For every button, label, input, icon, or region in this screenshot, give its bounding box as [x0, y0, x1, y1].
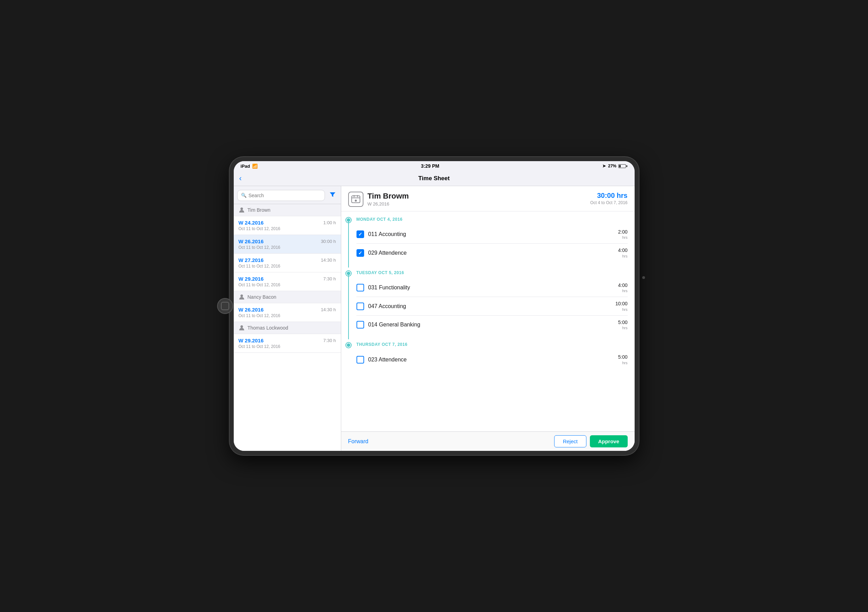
calendar-icon — [348, 192, 363, 207]
task-row-031: 031 Functionality 4:00 hrs — [356, 279, 628, 297]
day-dot-thursday — [346, 343, 351, 348]
date-w29-tim: Oct 11 to Oct 12, 2016 — [239, 283, 336, 287]
task-hours-031: 4:00 hrs — [618, 282, 627, 293]
hours-thomas-w29: 7:30 h — [323, 338, 336, 343]
timesheet-item-thomas-w29[interactable]: W 29.2016 7:30 h Oct 11 to Oct 12, 2016 — [234, 334, 341, 353]
person-name-nancy-bacon: Nancy Bacon — [248, 294, 276, 300]
search-icon: 🔍 — [241, 193, 246, 198]
day-line-monday — [348, 222, 349, 267]
person-header-thomas-lockwood: Thomas Lockwood — [234, 322, 341, 334]
footer-actions: Reject Approve — [554, 435, 627, 447]
search-bar-container: 🔍 — [234, 186, 341, 204]
week-label-thomas-w29: W 29.2016 — [239, 337, 264, 343]
approve-button[interactable]: Approve — [590, 435, 628, 447]
task-name-023: 023 Attendence — [368, 357, 618, 363]
day-label-tuesday: TUESDAY OCT 5, 2016 — [356, 270, 628, 275]
task-checkbox-023[interactable] — [356, 356, 364, 363]
search-input-wrap[interactable]: 🔍 — [237, 190, 325, 201]
person-icon-thomas — [239, 325, 245, 331]
detail-week-label: W 26,2016 — [367, 201, 409, 207]
timesheet-item-w27[interactable]: W 27.2016 14:30 h Oct 11 to Oct 12, 2016 — [234, 253, 341, 272]
hours-w24: 1:00 h — [323, 220, 336, 225]
nav-bar: ‹ Time Sheet — [234, 171, 635, 186]
task-checkbox-047[interactable] — [356, 303, 364, 310]
week-label-w27: W 27.2016 — [239, 257, 264, 263]
reject-button[interactable]: Reject — [554, 435, 586, 447]
side-camera — [642, 276, 645, 279]
detail-header-right: 30:00 hrs Oct 4 to Oct 7, 2016 — [590, 192, 627, 205]
battery-icon — [618, 164, 627, 168]
day-label-monday: MONDAY OCT 4, 2016 — [356, 217, 628, 222]
svg-point-3 — [240, 325, 243, 328]
home-button[interactable] — [217, 298, 233, 314]
hours-w29-tim: 7:30 h — [323, 276, 336, 281]
ipad-label: iPad — [241, 164, 250, 169]
task-name-014: 014 General Banking — [368, 321, 618, 328]
task-row-047: 047 Accounting 10:00 hrs — [356, 297, 628, 315]
forward-button[interactable]: Forward — [348, 438, 369, 445]
back-button[interactable]: ‹ — [239, 174, 242, 183]
week-label-w26: W 26.2016 — [239, 238, 264, 244]
search-input[interactable] — [249, 193, 321, 198]
detail-header: Tim Browm W 26,2016 30:00 hrs Oct 4 to O… — [341, 186, 635, 212]
person-header-tim-brown: Tim Brown — [234, 204, 341, 216]
detail-panel: Tim Browm W 26,2016 30:00 hrs Oct 4 to O… — [341, 186, 635, 451]
timesheet-item-w29-tim[interactable]: W 29.2016 7:30 h Oct 11 to Oct 12, 2016 — [234, 272, 341, 291]
task-row-014: 014 General Banking 5:00 hrs — [356, 316, 628, 334]
detail-scroll: MONDAY OCT 4, 2016 011 Accounting 2:00 h… — [341, 212, 635, 431]
task-name-047: 047 Accounting — [368, 303, 615, 309]
device-frame: iPad 📶 3:29 PM ➤ 27% ‹ Time Sheet — [229, 157, 639, 455]
detail-employee-name: Tim Browm — [367, 192, 409, 201]
day-section-tuesday: TUESDAY OCT 5, 2016 031 Functionality 4:… — [348, 270, 628, 334]
content-area: 🔍 — [234, 186, 635, 451]
task-hours-029: 4:00 hrs — [618, 247, 627, 258]
svg-point-8 — [355, 199, 357, 202]
detail-total-hours: 30:00 hrs — [590, 192, 627, 199]
status-time: 3:29 PM — [421, 163, 439, 169]
detail-date-range: Oct 4 to Oct 7, 2016 — [590, 200, 627, 205]
task-row-029: 029 Attendence 4:00 hrs — [356, 244, 628, 262]
task-checkbox-014[interactable] — [356, 321, 364, 329]
location-icon: ➤ — [602, 164, 606, 168]
task-name-031: 031 Functionality — [368, 284, 618, 291]
svg-marker-0 — [330, 192, 335, 197]
day-section-thursday: THURSDAY OCT 7, 2016 023 Attendence 5:00… — [348, 342, 628, 375]
task-row-023: 023 Attendence 5:00 hrs — [356, 350, 628, 368]
task-name-011: 011 Accounting — [368, 231, 618, 237]
task-checkbox-031[interactable] — [356, 284, 364, 291]
detail-header-left: Tim Browm W 26,2016 — [348, 192, 409, 207]
timesheet-item-w24[interactable]: W 24.2016 1:00 h Oct 11 to Oct 12, 2016 — [234, 216, 341, 235]
week-label-w24: W 24.2016 — [239, 220, 264, 226]
status-right: ➤ 27% — [602, 164, 627, 168]
task-name-029: 029 Attendence — [368, 250, 618, 256]
wifi-icon: 📶 — [252, 164, 258, 169]
device-screen: iPad 📶 3:29 PM ➤ 27% ‹ Time Sheet — [234, 161, 635, 451]
task-hours-047: 10:00 hrs — [615, 300, 627, 312]
detail-footer: Forward Reject Approve — [341, 431, 635, 451]
status-left: iPad 📶 — [241, 164, 258, 169]
week-label-nancy-w26: W 26.2016 — [239, 307, 264, 312]
task-hours-023: 5:00 hrs — [618, 354, 627, 365]
battery-pct: 27% — [608, 164, 616, 168]
svg-point-1 — [240, 207, 243, 210]
date-nancy-w26: Oct 11 to Oct 12, 2016 — [239, 313, 336, 318]
person-icon — [239, 207, 245, 213]
task-row-011: 011 Accounting 2:00 hrs — [356, 225, 628, 244]
day-line-tuesday — [348, 275, 349, 339]
sidebar-list: Tim Brown W 24.2016 1:00 h Oct 11 to Oct… — [234, 204, 341, 451]
date-w24: Oct 11 to Oct 12, 2016 — [239, 226, 336, 231]
person-header-nancy-bacon: Nancy Bacon — [234, 291, 341, 303]
task-checkbox-011[interactable] — [356, 230, 364, 238]
sidebar: 🔍 — [234, 186, 341, 451]
person-name-tim-brown: Tim Brown — [248, 207, 270, 213]
day-label-thursday: THURSDAY OCT 7, 2016 — [356, 342, 628, 347]
day-section-monday: MONDAY OCT 4, 2016 011 Accounting 2:00 h… — [348, 217, 628, 262]
date-thomas-w29: Oct 11 to Oct 12, 2016 — [239, 344, 336, 349]
hours-nancy-w26: 14:30 h — [321, 307, 336, 312]
filter-button[interactable] — [328, 190, 338, 201]
task-checkbox-029[interactable] — [356, 249, 364, 257]
timesheet-item-w26[interactable]: W 26.2016 30:00 h Oct 11 to Oct 12, 2016 — [234, 235, 341, 253]
task-hours-011: 2:00 hrs — [618, 229, 627, 240]
timesheet-item-nancy-w26[interactable]: W 26.2016 14:30 h Oct 11 to Oct 12, 2016 — [234, 303, 341, 322]
date-w26: Oct 11 to Oct 12, 2016 — [239, 245, 336, 250]
